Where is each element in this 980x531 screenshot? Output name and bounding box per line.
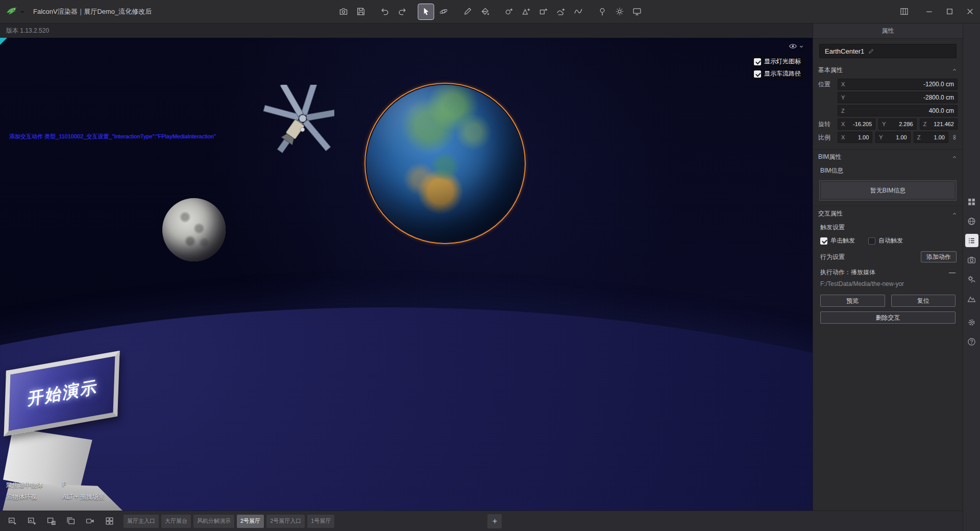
rotation-y-input[interactable]: Y 2.286	[878, 118, 916, 130]
eye-icon	[789, 42, 797, 51]
section-interaction-header[interactable]: 交互属性	[813, 206, 963, 221]
save-button[interactable]	[353, 4, 369, 19]
screenshot-export-button[interactable]	[5, 514, 19, 528]
close-button[interactable]	[960, 0, 980, 23]
components-button[interactable]	[965, 195, 978, 208]
section-bim-header[interactable]: BIM属性	[813, 149, 963, 164]
show-traffic-paths-checkbox[interactable]	[754, 70, 761, 78]
draw-tool-button[interactable]	[460, 4, 475, 19]
help-button[interactable]	[965, 335, 978, 348]
help-icon	[967, 337, 976, 346]
preview-button[interactable]: 预览	[820, 295, 885, 307]
axis-value: -16.205	[847, 121, 872, 127]
chevron-down-icon	[19, 9, 26, 15]
remove-action-button[interactable]: —	[949, 269, 955, 276]
undo-button[interactable]	[377, 4, 393, 19]
sun-light-button[interactable]	[612, 4, 627, 19]
hint-action: 沿物体环视	[6, 493, 62, 501]
tab-hall-2[interactable]: 2号展厅	[237, 515, 264, 528]
podium-screen-text: 开始演示	[24, 376, 99, 411]
tab-turbine-demo[interactable]: 风机分解演示	[193, 515, 234, 528]
section-title: 交互属性	[818, 209, 843, 218]
tab-hall-main-entrance[interactable]: 展厅主入口	[124, 515, 159, 528]
batch-capture-button[interactable]	[63, 514, 78, 528]
viewport-3d[interactable]: 添加交互动作 类型_11010002_交互设置_"InteractionType…	[0, 38, 813, 511]
redo-button[interactable]	[395, 4, 410, 19]
hint-row: 沿物体环视 ALT + 拖拽场景	[6, 493, 105, 501]
screenshot-add-button[interactable]	[24, 514, 39, 528]
add-rect-light-button[interactable]	[536, 4, 551, 19]
position-z-input[interactable]: Z 400.0 cm	[838, 105, 958, 116]
add-sky-light-button[interactable]	[553, 4, 569, 19]
sun-icon	[615, 7, 624, 16]
axis-value: 1.00	[885, 134, 907, 140]
world-button[interactable]	[965, 214, 978, 228]
view-grid-icon	[105, 517, 114, 525]
app-menu-button[interactable]	[5, 5, 26, 18]
camera-icon	[967, 256, 976, 264]
add-spot-light-button[interactable]	[519, 4, 534, 19]
toggle-show-light-icons[interactable]: 显示灯光图标	[752, 56, 804, 67]
auto-trigger-checkbox[interactable]	[868, 237, 875, 245]
settings-button[interactable]	[965, 316, 978, 329]
trigger-label: 自动触发	[878, 236, 903, 245]
layout-panels-button[interactable]	[896, 4, 912, 19]
reset-button[interactable]: 复位	[891, 295, 956, 307]
position-y-input[interactable]: Y -2800.0 cm	[838, 92, 958, 103]
visibility-dropdown-button[interactable]	[789, 42, 804, 51]
scale-link-button[interactable]	[951, 134, 958, 140]
redo-icon	[398, 7, 406, 16]
select-tool-button[interactable]	[419, 4, 434, 19]
chevron-down-icon	[798, 43, 804, 50]
terrain-button[interactable]	[965, 292, 978, 305]
spline-wave-icon	[574, 7, 582, 16]
trigger-click[interactable]: 单击触发	[820, 236, 855, 245]
click-trigger-checkbox[interactable]	[820, 237, 827, 245]
show-light-icons-checkbox[interactable]	[754, 58, 761, 65]
section-basic-header[interactable]: 基本属性	[813, 62, 963, 78]
object-name-field[interactable]: EarthCenter1	[819, 44, 957, 58]
axis-value: -2800.0 cm	[847, 94, 954, 101]
spline-tool-button[interactable]	[571, 4, 586, 19]
viewport-corner-marker	[0, 38, 7, 45]
shortcut-hints: 聚焦选中物体 F 沿物体环视 ALT + 拖拽场景	[6, 481, 105, 501]
titlebar-left: FalconV渲染器｜展厅Demo_流化修改后	[0, 5, 152, 18]
delete-row: 删除交互	[813, 307, 963, 328]
rotation-z-input[interactable]: Z 121.462	[920, 118, 958, 130]
environment-button[interactable]	[965, 273, 978, 286]
rotation-x-input[interactable]: X -16.205	[838, 118, 875, 130]
camera-button[interactable]	[965, 253, 978, 267]
moon-object[interactable]	[162, 198, 226, 261]
tab-hall-2-entrance[interactable]: 2号展厅入口	[266, 515, 305, 528]
toggle-show-traffic-paths[interactable]: 显示车流路径	[752, 68, 804, 79]
tab-lobby-booth[interactable]: 大厅展台	[161, 515, 191, 528]
position-label: 位置	[818, 80, 835, 89]
media-path-text: F:/TestData/Media/the-new-yor	[813, 279, 963, 287]
rotation-label: 旋转	[818, 120, 835, 129]
tab-hall-1[interactable]: 1号展厅	[307, 515, 334, 528]
delete-interaction-button[interactable]: 删除交互	[820, 311, 955, 324]
add-scene-tab-button[interactable]: +	[487, 514, 502, 528]
render-button[interactable]	[336, 4, 351, 19]
light-probe-button[interactable]	[595, 4, 610, 19]
screenshot-film-button[interactable]	[44, 514, 58, 528]
display-button[interactable]	[629, 4, 645, 19]
rename-button[interactable]	[868, 48, 874, 54]
trigger-auto[interactable]: 自动触发	[868, 236, 903, 245]
position-x-input[interactable]: X -1200.0 cm	[838, 79, 958, 90]
orbit-tool-button[interactable]	[436, 4, 451, 19]
scale-z-input[interactable]: Z 1.00	[914, 132, 948, 143]
record-video-button[interactable]	[83, 514, 97, 528]
maximize-button[interactable]	[939, 0, 960, 23]
minimize-button[interactable]	[919, 0, 939, 23]
scale-y-input[interactable]: Y 1.00	[875, 132, 910, 143]
add-point-light-button[interactable]	[501, 4, 517, 19]
add-action-button[interactable]: 添加动作	[921, 251, 957, 262]
earth-object[interactable]	[366, 85, 524, 242]
outliner-button[interactable]	[965, 234, 978, 247]
scale-x-input[interactable]: X 1.00	[838, 132, 872, 143]
fill-tool-button[interactable]	[477, 4, 493, 19]
satellite-hub	[299, 115, 306, 122]
view-grid-button[interactable]	[102, 514, 116, 528]
satellite-object[interactable]	[258, 85, 334, 174]
